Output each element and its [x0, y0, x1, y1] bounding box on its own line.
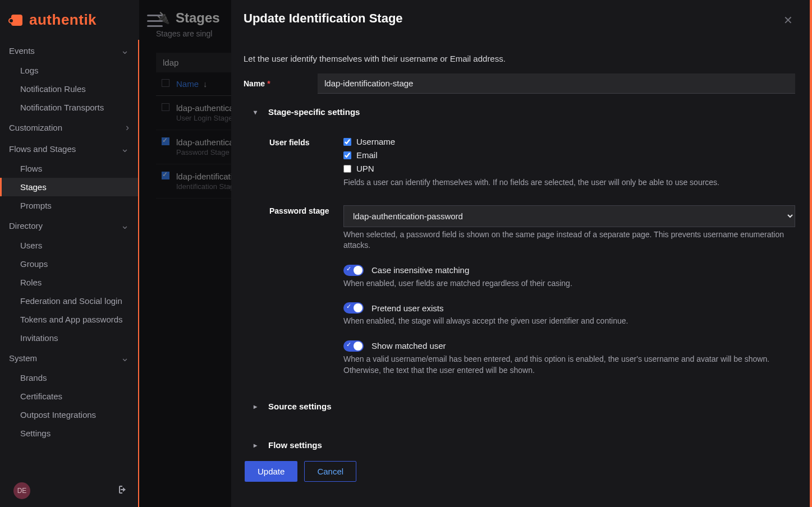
case-insensitive-help: When enabled, user fields are matched re…: [343, 278, 795, 289]
password-stage-label: Password stage: [269, 205, 343, 251]
modal-title: Update Identification Stage: [244, 11, 403, 26]
flow-settings-accordion[interactable]: ▸ Flow settings: [244, 437, 795, 453]
chevron-down-icon: ⌄: [121, 45, 129, 56]
menu-toggle-icon[interactable]: [147, 15, 163, 27]
pretend-user-label: Pretend user exists: [371, 303, 443, 313]
nav-item-invitations[interactable]: Invitations: [0, 329, 138, 347]
show-matched-help: When a valid username/email has been ent…: [343, 354, 795, 376]
username-checkbox[interactable]: Username: [343, 137, 795, 146]
password-stage-help: When selected, a password field is shown…: [343, 229, 795, 251]
pretend-user-toggle[interactable]: [343, 302, 364, 314]
accordion-label: Source settings: [268, 402, 332, 411]
upn-checkbox-input[interactable]: [343, 165, 351, 173]
source-settings-accordion[interactable]: ▸ Source settings: [244, 398, 795, 414]
sidebar-footer: DE: [0, 474, 139, 507]
nav-section-directory[interactable]: Directory ⌄: [0, 215, 138, 236]
nav-item-roles[interactable]: Roles: [0, 273, 138, 292]
email-checkbox-input[interactable]: [343, 151, 351, 159]
chevron-down-icon: ▾: [254, 108, 260, 116]
update-stage-modal: Update Identification Stage ✕ Let the us…: [231, 0, 812, 507]
nav-item-certificates[interactable]: Certificates: [0, 387, 138, 405]
modal-description: Let the user identify themselves with th…: [244, 54, 795, 63]
select-all-checkbox[interactable]: [162, 79, 169, 87]
nav-item-prompts[interactable]: Prompts: [0, 196, 138, 215]
username-checkbox-input[interactable]: [343, 138, 351, 146]
nav-section-customization[interactable]: Customization ›: [0, 117, 138, 138]
nav: Events ⌄ Logs Notification Rules Notific…: [0, 40, 139, 507]
chevron-right-icon: ›: [126, 122, 129, 132]
email-checkbox-label: Email: [356, 150, 378, 160]
nav-item-settings[interactable]: Settings: [0, 424, 138, 443]
username-checkbox-label: Username: [356, 137, 395, 146]
upn-checkbox-label: UPN: [356, 164, 374, 173]
show-matched-toggle[interactable]: [343, 340, 364, 352]
brand-logo[interactable]: authentik: [0, 0, 139, 40]
nav-item-brands[interactable]: Brands: [0, 368, 138, 387]
password-stage-select[interactable]: ldap-authentication-password: [343, 205, 795, 227]
nav-section-label: System: [9, 353, 37, 363]
user-avatar[interactable]: DE: [13, 482, 30, 499]
nav-item-users[interactable]: Users: [0, 236, 138, 255]
chevron-right-icon: ▸: [254, 441, 260, 449]
nav-section-label: Customization: [9, 123, 62, 132]
nav-item-notification-transports[interactable]: Notification Transports: [0, 98, 138, 117]
nav-item-tokens[interactable]: Tokens and App passwords: [0, 310, 138, 329]
page-title: Stages: [176, 10, 220, 26]
name-label: Name*: [244, 79, 318, 88]
email-checkbox[interactable]: Email: [343, 150, 795, 160]
nav-item-notification-rules[interactable]: Notification Rules: [0, 80, 138, 98]
nav-item-logs[interactable]: Logs: [0, 61, 138, 80]
nav-section-label: Directory: [9, 221, 43, 231]
update-button[interactable]: Update: [245, 461, 297, 482]
row-checkbox[interactable]: [162, 172, 169, 179]
name-label-text: Name: [244, 79, 265, 88]
sidebar: authentik Events ⌄ Logs Notification Rul…: [0, 0, 139, 507]
name-input[interactable]: [318, 73, 795, 94]
user-fields-help: Fields a user can identify themselves wi…: [343, 177, 795, 188]
nav-item-outpost[interactable]: Outpost Integrations: [0, 405, 138, 424]
nav-item-federation[interactable]: Federation and Social login: [0, 292, 138, 310]
pretend-user-help: When enabled, the stage will always acce…: [343, 316, 795, 327]
nav-section-flows[interactable]: Flows and Stages ⌄: [0, 138, 138, 159]
nav-item-stages[interactable]: Stages: [0, 178, 138, 196]
upn-checkbox[interactable]: UPN: [343, 164, 795, 173]
chevron-down-icon: ⌄: [121, 220, 129, 231]
required-indicator: *: [267, 79, 270, 88]
chevron-right-icon: ▸: [254, 403, 260, 411]
sort-down-icon: ↓: [203, 79, 208, 89]
show-matched-label: Show matched user: [371, 341, 446, 351]
column-name[interactable]: Name ↓: [176, 79, 208, 89]
column-name-label: Name: [176, 79, 199, 89]
nav-section-label: Events: [9, 46, 35, 56]
cancel-button[interactable]: Cancel: [304, 461, 356, 482]
nav-item-groups[interactable]: Groups: [0, 255, 138, 273]
accordion-label: Flow settings: [268, 440, 322, 450]
close-icon[interactable]: ✕: [781, 11, 795, 29]
chevron-down-icon: ⌄: [121, 353, 129, 363]
case-insensitive-toggle[interactable]: [343, 265, 364, 276]
nav-section-system[interactable]: System ⌄: [0, 347, 138, 368]
brand-text: authentik: [29, 11, 97, 29]
row-checkbox[interactable]: [162, 103, 169, 111]
nav-section-events[interactable]: Events ⌄: [0, 40, 138, 61]
row-checkbox[interactable]: [162, 137, 169, 145]
user-fields-label: User fields: [269, 137, 343, 188]
logout-icon[interactable]: [117, 486, 126, 496]
nav-section-label: Flows and Stages: [9, 144, 76, 154]
accordion-label: Stage-specific settings: [268, 107, 360, 117]
nav-item-flows[interactable]: Flows: [0, 159, 138, 178]
case-insensitive-label: Case insensitive matching: [371, 265, 469, 275]
brand-icon: [10, 12, 26, 28]
stage-settings-accordion[interactable]: ▾ Stage-specific settings: [244, 104, 795, 120]
chevron-down-icon: ⌄: [121, 144, 129, 154]
